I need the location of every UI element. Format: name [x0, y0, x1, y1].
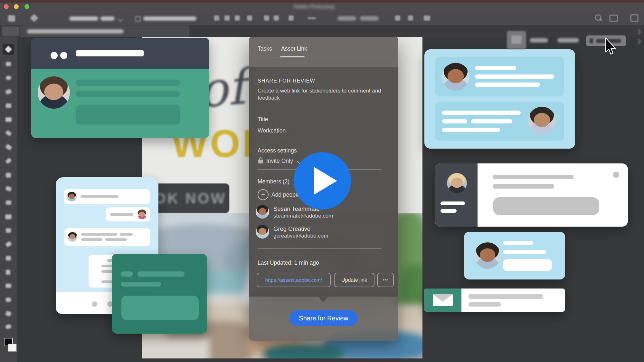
placeholder-box [121, 296, 199, 320]
chevron-down-icon[interactable] [118, 17, 123, 22]
placeholder-bar [503, 250, 546, 254]
comment-bubble [435, 57, 564, 96]
tool-icon[interactable] [6, 270, 10, 275]
tool-icon[interactable] [5, 186, 12, 191]
add-people-button[interactable]: + [258, 189, 269, 200]
tool-icon[interactable] [6, 256, 11, 260]
member-email-greg: gcreative@adobe.com [273, 233, 328, 239]
workspace-icon[interactable] [610, 15, 618, 22]
dash-icon [308, 17, 316, 19]
tool-icon[interactable] [6, 173, 11, 178]
access-settings-label: Access settings [258, 147, 297, 154]
plus-icon: + [261, 191, 265, 198]
checkbox[interactable] [135, 16, 141, 22]
tool-icon[interactable] [5, 130, 12, 136]
tool-icon[interactable] [5, 241, 12, 248]
align-icon[interactable] [247, 15, 252, 21]
panel-tab-label[interactable] [557, 38, 579, 43]
home-icon[interactable] [8, 15, 15, 22]
tool-selected-move[interactable] [3, 44, 14, 55]
comment-card-blue [424, 49, 575, 149]
align-icon[interactable] [264, 15, 269, 21]
blurred-field[interactable] [360, 16, 379, 21]
avatar-woman [474, 242, 501, 269]
video-play-button[interactable] [294, 152, 351, 210]
tool-icon[interactable] [6, 62, 11, 66]
align-icon[interactable] [224, 15, 230, 21]
tool-icon[interactable] [5, 117, 12, 122]
traffic-light-close[interactable] [4, 4, 9, 9]
library-panel-icon[interactable] [507, 31, 526, 49]
window-title: Adobe Photoshop [283, 4, 345, 10]
panel-chevron-icon[interactable] [636, 29, 641, 35]
tool-icon[interactable] [6, 76, 11, 80]
title-input-value[interactable]: Workcation [258, 127, 286, 134]
avatar-woman [442, 63, 469, 91]
tab-asset-link[interactable]: Asset Link [281, 45, 307, 52]
align-icon[interactable] [289, 15, 294, 21]
traffic-light-zoom[interactable] [24, 4, 29, 9]
tool-icon[interactable] [5, 144, 12, 151]
status-dot [613, 171, 619, 178]
placeholder-box [493, 197, 599, 215]
tool-icon[interactable] [5, 284, 11, 288]
tool-icon[interactable] [6, 103, 11, 108]
distribute-icon[interactable] [408, 15, 413, 21]
poster-cta-label: OK NOW [154, 190, 226, 207]
share-for-review-button[interactable]: Share for Review [289, 310, 358, 326]
tool-icon[interactable] [6, 201, 11, 205]
email-card [424, 289, 565, 312]
update-link-button[interactable]: Update link [334, 273, 374, 287]
tool-icon[interactable] [6, 228, 11, 233]
placeholder-bar [475, 74, 554, 79]
document-tab[interactable] [20, 25, 189, 37]
tab-divider [256, 57, 391, 57]
placeholder-bar [493, 175, 573, 179]
title-input-underline [258, 138, 382, 138]
placeholder-bar [442, 119, 467, 123]
align-icon[interactable] [214, 15, 219, 21]
distribute-icon[interactable] [395, 15, 400, 21]
more-options-button[interactable]: ••• [377, 273, 394, 287]
avatar-woman [67, 192, 77, 201]
active-tab-underline [280, 56, 305, 57]
background-color-swatch[interactable] [8, 344, 17, 352]
email-icon-block [424, 289, 461, 312]
placeholder-box [76, 105, 180, 125]
align-icon[interactable] [274, 15, 279, 21]
placeholder-bar [471, 119, 512, 123]
dialog-footer: Share for Review [249, 297, 398, 341]
tab-tasks[interactable]: Tasks [258, 45, 272, 52]
tool-icon[interactable] [5, 214, 12, 219]
distribute-icon[interactable] [424, 15, 430, 21]
tool-icon[interactable] [5, 89, 12, 94]
placeholder-bar [503, 241, 533, 245]
card-titlebar [31, 38, 209, 69]
comment-card-small [464, 232, 565, 279]
section-divider [258, 248, 382, 249]
member-avatar-susan [256, 205, 269, 219]
panel-tab-label[interactable] [530, 38, 548, 43]
access-dropdown[interactable]: Invite Only [266, 158, 293, 164]
tool-icon[interactable] [5, 311, 11, 317]
lock-icon-shackle [259, 157, 262, 161]
share-link-field[interactable]: https://assets.adobe.com/ [257, 273, 331, 287]
placeholder-bar [76, 91, 180, 97]
dialog-header: Tasks Asset Link [249, 36, 398, 67]
traffic-light-minimize[interactable] [14, 4, 19, 9]
avatar-man [38, 76, 70, 109]
tool-icon[interactable] [5, 324, 12, 329]
placeholder-bar [442, 128, 500, 132]
share-icon[interactable] [630, 15, 638, 22]
panel-stub[interactable] [2, 26, 19, 36]
update-link-label: Update link [341, 277, 367, 283]
move-tool-icon[interactable] [30, 14, 38, 22]
blurred-label [143, 16, 196, 21]
align-icon[interactable] [235, 15, 240, 21]
placeholder-bar [105, 238, 127, 241]
tool-icon[interactable] [5, 298, 11, 302]
last-updated-text: Last Updated: 1 min ago [258, 259, 319, 266]
blurred-field[interactable] [337, 16, 356, 21]
add-people-label[interactable]: Add people [271, 191, 300, 198]
tool-icon[interactable] [5, 158, 12, 164]
